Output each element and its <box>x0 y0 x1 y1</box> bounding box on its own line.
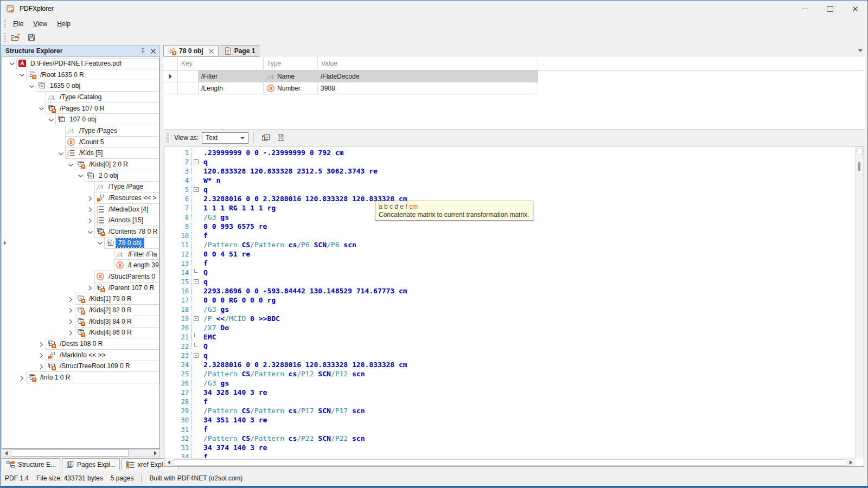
tree-node[interactable]: /A/Filter /Fla <box>2 249 159 260</box>
object-ref-icon <box>76 317 85 326</box>
tree-node[interactable]: /A/Type /Catalog <box>2 92 159 103</box>
tree-expander-closed-icon[interactable] <box>86 282 94 294</box>
scroll-left-icon[interactable] <box>3 450 10 457</box>
fold-collapse-icon[interactable]: - <box>192 159 201 164</box>
tree-expander-open-icon[interactable] <box>56 148 65 159</box>
tree-expander-open-icon[interactable] <box>66 159 75 170</box>
code-text: .23999999 0 0 -.23999999 0 792 cm <box>201 149 343 157</box>
tree-hscroll-thumb[interactable] <box>11 450 129 457</box>
save-stream-button[interactable] <box>274 132 288 144</box>
tree-node[interactable]: /Contents 78 0 R <box>2 226 159 237</box>
view-as-select[interactable]: Text <box>202 132 248 144</box>
save-file-button[interactable] <box>24 31 39 44</box>
document-tab-page-1[interactable]: Page 1 <box>220 45 260 57</box>
open-file-button[interactable] <box>8 31 22 44</box>
editor-vscroll-thumb[interactable] <box>858 162 860 171</box>
tree-node[interactable]: 2 0 obj <box>2 170 159 182</box>
tree-expander-closed-icon[interactable] <box>17 372 26 383</box>
scroll-right-icon[interactable] <box>847 459 854 466</box>
tree-node[interactable]: 1635 0 obj <box>2 80 159 92</box>
tree-node[interactable]: 107 0 obj <box>2 114 159 125</box>
tree-node[interactable]: /Kids[1] 79 0 R <box>2 293 159 305</box>
explorer-tab-pages-expl---[interactable]: Pages Expl... <box>62 458 120 471</box>
code-line: 1.23999999 0 0 -.23999999 0 792 cm <box>164 148 856 157</box>
tree-expander-open-icon[interactable] <box>86 226 94 237</box>
tree-node[interactable]: /Parent 107 0 R <box>2 282 159 294</box>
tree-node[interactable]: /Kids[2] 82 0 R <box>2 305 159 316</box>
tab-close-icon[interactable] <box>208 48 214 54</box>
tree-expander-closed-icon[interactable] <box>37 350 46 361</box>
tree-expander-closed-icon[interactable] <box>86 192 94 204</box>
code-line: 32/Pattern CS/Pattern cs/P22 SCN/P22 scn <box>164 434 856 443</box>
fold-collapse-icon[interactable]: - <box>192 279 201 284</box>
scroll-left-icon[interactable] <box>165 459 173 466</box>
tree-node[interactable]: /Kids[0] 2 0 R <box>2 159 159 170</box>
tree-node[interactable]: /MarkInfo << >> <box>2 350 159 361</box>
menu-item-help[interactable]: Help <box>52 18 75 30</box>
tree-node[interactable]: 123/Annots [15] <box>2 215 159 227</box>
tree-expander-closed-icon[interactable] <box>66 305 75 316</box>
tree-node[interactable]: 8/StructParents 0 <box>2 271 159 282</box>
explorer-tab-structure-e---[interactable]: Structure E... <box>2 458 60 471</box>
tree-expander-open-icon[interactable] <box>17 69 26 81</box>
tree-expander-closed-icon[interactable] <box>66 293 75 305</box>
tree-expander-closed-icon[interactable] <box>86 204 94 215</box>
menu-item-file[interactable]: File <box>8 18 28 30</box>
tree-expander-open-icon[interactable] <box>76 170 85 182</box>
line-number: 13 <box>164 260 192 267</box>
tree-expander-open-icon[interactable] <box>47 114 55 125</box>
minimize-button[interactable] <box>793 1 818 17</box>
tree-node[interactable]: /StructTreeRoot 109 0 R <box>2 361 159 373</box>
object-ref-icon <box>96 284 105 292</box>
document-tab-78-0-obj[interactable]: 78 0 obj <box>163 45 219 57</box>
tree-node[interactable]: /Dests 108 0 R <box>2 338 159 350</box>
tree-node[interactable]: /A/Type /Page <box>2 182 159 193</box>
tree-node[interactable]: /Root 1635 0 R <box>2 69 159 81</box>
tabstrip-overflow-chevron-icon[interactable] <box>858 49 863 52</box>
maximize-button[interactable] <box>818 1 843 17</box>
tree-node[interactable]: D:\Files\PDF4NET.Features.pdf <box>2 58 159 69</box>
tree-expander-closed-icon[interactable] <box>86 215 94 227</box>
tree-node[interactable]: 123/Kids [5] <box>2 148 159 159</box>
name-icon: /A <box>266 72 275 81</box>
editor-vscrollbar[interactable] <box>855 146 864 458</box>
tree-node[interactable]: 8/Length 39 <box>2 260 159 271</box>
tree-expander-open-icon[interactable] <box>8 58 16 69</box>
fold-collapse-icon[interactable]: - <box>192 316 201 321</box>
scroll-right-icon[interactable] <box>152 450 159 457</box>
fold-collapse-icon[interactable]: - <box>192 353 201 358</box>
pin-icon[interactable] <box>140 48 146 54</box>
line-number: 27 <box>164 389 192 396</box>
tree-node[interactable]: /Info 1 0 R <box>2 372 159 383</box>
tree-node[interactable]: /Resources << > <box>2 192 159 204</box>
tree-node[interactable]: 78 0 obj <box>2 237 159 249</box>
tree-node[interactable]: 8/Count 5 <box>2 137 159 148</box>
tree-node[interactable]: 123/MediaBox [4] <box>2 204 159 215</box>
table-row[interactable]: /Length8Number3908 <box>163 82 865 94</box>
tree-expander-open-icon[interactable] <box>37 103 46 114</box>
svg-text:8: 8 <box>99 274 102 279</box>
tree-expander-closed-icon[interactable] <box>37 361 46 373</box>
tree-node[interactable]: /Pages 107 0 R <box>2 103 159 114</box>
tree-node[interactable]: /Kids[4] 86 0 R <box>2 328 159 339</box>
tree-expander-closed-icon[interactable] <box>66 328 75 339</box>
tree-expander-closed-icon[interactable] <box>66 316 75 328</box>
menu-item-view[interactable]: View <box>28 18 52 30</box>
tree-expander-open-icon[interactable] <box>27 80 36 92</box>
editor-vscroll-top[interactable] <box>857 149 863 155</box>
tree-expander-closed-icon[interactable] <box>37 338 46 350</box>
tree-hscrollbar[interactable] <box>2 449 160 457</box>
tree-node-box: /Parent 107 0 R <box>94 282 159 294</box>
copy-stream-button[interactable] <box>259 132 272 144</box>
tree-node[interactable]: /A/Type /Pages <box>2 125 159 137</box>
stream-code-area[interactable]: 1.23999999 0 0 -.23999999 0 792 cm2-q312… <box>164 146 856 458</box>
tree-expander-open-icon[interactable] <box>95 237 104 249</box>
editor-hscrollbar[interactable] <box>164 458 856 466</box>
editor-hscroll-thumb[interactable] <box>174 459 846 466</box>
tree-node[interactable]: /Kids[3] 84 0 R <box>2 316 159 328</box>
pdf-file-icon <box>18 59 27 68</box>
fold-collapse-icon[interactable]: - <box>192 187 201 192</box>
table-row[interactable]: /Filter/AName/FlateDecode <box>163 70 865 82</box>
close-button[interactable] <box>843 1 867 17</box>
panel-close-icon[interactable] <box>150 48 156 54</box>
